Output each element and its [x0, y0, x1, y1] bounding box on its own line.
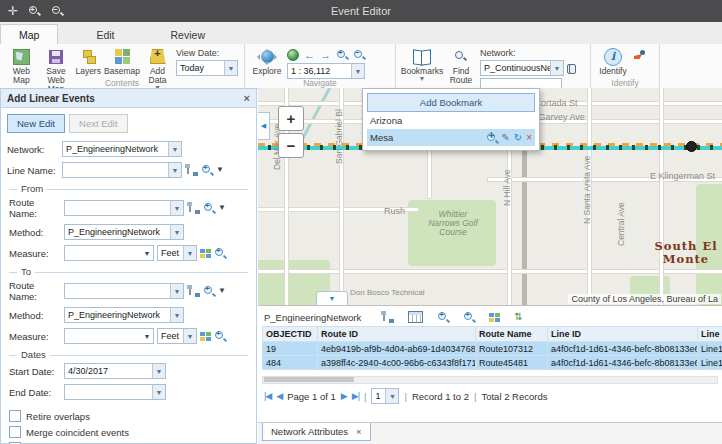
tab-review[interactable]: Review	[153, 25, 223, 44]
col-line-id[interactable]: Line ID	[548, 327, 698, 342]
from-method-select[interactable]: P_EngineeringNetwork ▼	[64, 224, 184, 240]
view-date-select[interactable]: Today ▼	[176, 60, 238, 76]
chevron-down-icon[interactable]: ▼	[141, 246, 153, 260]
select-route-on-map-icon[interactable]	[187, 285, 200, 297]
bookmarks-button[interactable]: Bookmarks ▼	[402, 46, 442, 82]
collapse-panel-bottom-button[interactable]: ▼	[316, 291, 348, 305]
chevron-down-icon[interactable]: ▼	[170, 284, 183, 298]
previous-page-icon[interactable]: ◀	[276, 391, 282, 401]
previous-extent-icon[interactable]: ←	[304, 50, 315, 60]
explore-button[interactable]: Explore	[251, 46, 283, 76]
bookmark-item-mesa[interactable]: Mesa + ✎ ↻ ×	[367, 129, 535, 146]
basemap-button[interactable]: Basemap	[105, 46, 139, 76]
binoculars-icon[interactable]	[567, 64, 576, 73]
from-route-name-select[interactable]: ▼	[64, 200, 184, 216]
last-page-icon[interactable]: ▶|	[352, 391, 359, 401]
chevron-down-icon[interactable]: ▼	[550, 61, 563, 75]
full-extent-icon[interactable]	[287, 49, 299, 61]
zoom-to-bookmark-icon[interactable]: +	[486, 132, 497, 143]
select-route-on-map-icon[interactable]	[187, 202, 200, 214]
sort-icon[interactable]: ⇅	[514, 312, 522, 322]
chevron-down-icon[interactable]: ▼	[168, 163, 181, 177]
tab-map[interactable]: Map	[0, 24, 58, 44]
start-date-input[interactable]: 4/30/2017 ▼	[64, 363, 166, 379]
scale-select[interactable]: 1 : 36,112 ▼	[287, 63, 365, 79]
next-edit-button[interactable]: Next Edit	[69, 114, 128, 133]
page-select[interactable]: 1 ▼	[371, 388, 399, 404]
measure-picker-icon[interactable]	[200, 332, 211, 341]
map-zoom-in-button[interactable]: +	[278, 106, 304, 131]
chevron-down-icon[interactable]: ▼	[141, 329, 153, 343]
col-line-name[interactable]: Line Name	[698, 327, 722, 342]
dropdown-caret[interactable]: ▼	[216, 167, 224, 173]
bookmark-item-arizona[interactable]: Arizona	[367, 112, 535, 129]
col-objectid[interactable]: OBJECTID	[263, 327, 318, 342]
close-tab-icon[interactable]: ×	[356, 426, 362, 437]
chevron-down-icon[interactable]: ▼	[385, 389, 398, 403]
table-row[interactable]: 484 a398ff4c-2940-4c00-96b6-c6343f8f1711…	[263, 356, 722, 370]
chevron-down-icon[interactable]: ▼	[170, 225, 183, 239]
end-date-input[interactable]: ▼	[64, 384, 166, 400]
chevron-down-icon[interactable]: ▼	[168, 142, 181, 156]
identify-route-icon[interactable]	[633, 50, 645, 62]
route-node[interactable]	[686, 141, 697, 152]
to-measure-input[interactable]: ▼	[64, 328, 154, 344]
from-unit-select[interactable]: Feet ▼	[157, 245, 197, 261]
add-data-icon	[150, 49, 166, 64]
remove-bookmark-icon[interactable]: ×	[526, 133, 532, 143]
tab-edit[interactable]: Edit	[78, 25, 132, 44]
attribute-grid-icon[interactable]	[489, 313, 500, 322]
collapse-panel-left-button[interactable]: ◀	[258, 112, 270, 140]
network-select[interactable]: P_ContinuousNetwork ▼	[480, 60, 564, 76]
show-table-icon[interactable]	[408, 311, 423, 323]
calendar-dropdown-icon[interactable]: ▼	[152, 364, 165, 378]
to-unit-select[interactable]: Feet ▼	[157, 328, 197, 344]
dropdown-caret[interactable]: ▼	[218, 288, 226, 294]
measure-picker-icon[interactable]	[200, 249, 211, 258]
select-records-icon[interactable]	[381, 311, 394, 323]
map-zoom-out-button[interactable]: −	[278, 133, 304, 158]
tab-network-attributes[interactable]: Network Attributes ×	[262, 423, 371, 441]
new-edit-button[interactable]: New Edit	[7, 114, 65, 133]
close-icon[interactable]: ×	[244, 92, 250, 104]
zoom-to-measure-icon[interactable]: +	[214, 330, 226, 342]
calendar-dropdown-icon[interactable]: ▼	[152, 385, 165, 399]
first-page-icon[interactable]: |◀	[264, 391, 271, 401]
merge-coincident-checkbox[interactable]	[9, 426, 21, 438]
zoom-out-tool-icon[interactable]: −	[353, 49, 365, 61]
to-method-select[interactable]: P_EngineeringNetwork ▼	[64, 307, 184, 323]
chevron-down-icon[interactable]: ▼	[170, 308, 183, 322]
retire-overlaps-checkbox[interactable]	[9, 410, 21, 422]
scrollbar-handle[interactable]	[264, 377, 354, 382]
chevron-down-icon[interactable]: ▼	[183, 246, 196, 260]
zoom-to-route-icon[interactable]: +	[203, 202, 215, 214]
chevron-down-icon[interactable]: ▼	[183, 329, 196, 343]
horizontal-scrollbar[interactable]	[262, 376, 718, 384]
identify-button[interactable]: i Identify	[597, 46, 629, 76]
pan-to-selection-icon[interactable]: +	[463, 311, 475, 323]
col-route-id[interactable]: Route ID	[318, 327, 476, 342]
zoom-in-tool-icon[interactable]: +	[336, 49, 348, 61]
layers-button[interactable]: Layers	[75, 46, 101, 76]
zoom-to-route-icon[interactable]: +	[203, 285, 215, 297]
chevron-down-icon[interactable]: ▼	[224, 61, 237, 75]
dropdown-caret[interactable]: ▼	[218, 205, 226, 211]
chevron-down-icon[interactable]: ▼	[351, 64, 364, 78]
table-row[interactable]: 19 4eb9419b-af9b-4d04-ab69-1d403476802b …	[263, 342, 722, 356]
from-measure-input[interactable]: ▼	[64, 245, 154, 261]
find-route-button[interactable]: Find Route	[446, 46, 476, 85]
next-page-icon[interactable]: ▶	[341, 391, 347, 401]
to-route-name-select[interactable]: ▼	[64, 283, 184, 299]
edit-bookmark-icon[interactable]: ✎	[501, 133, 509, 143]
col-route-name[interactable]: Route Name	[476, 327, 548, 342]
add-bookmark-button[interactable]: Add Bookmark	[367, 93, 535, 112]
next-extent-icon[interactable]: →	[320, 50, 331, 60]
zoom-to-line-icon[interactable]: +	[201, 164, 213, 176]
select-line-on-map-icon[interactable]	[185, 164, 198, 176]
network-field-select[interactable]: P_EngineeringNetwork ▼	[62, 141, 182, 157]
line-name-select[interactable]: ▼	[62, 162, 182, 178]
chevron-down-icon[interactable]: ▼	[170, 201, 183, 215]
zoom-to-selection-icon[interactable]: +	[437, 311, 449, 323]
zoom-to-measure-icon[interactable]: +	[214, 247, 226, 259]
refresh-bookmark-icon[interactable]: ↻	[514, 133, 522, 143]
